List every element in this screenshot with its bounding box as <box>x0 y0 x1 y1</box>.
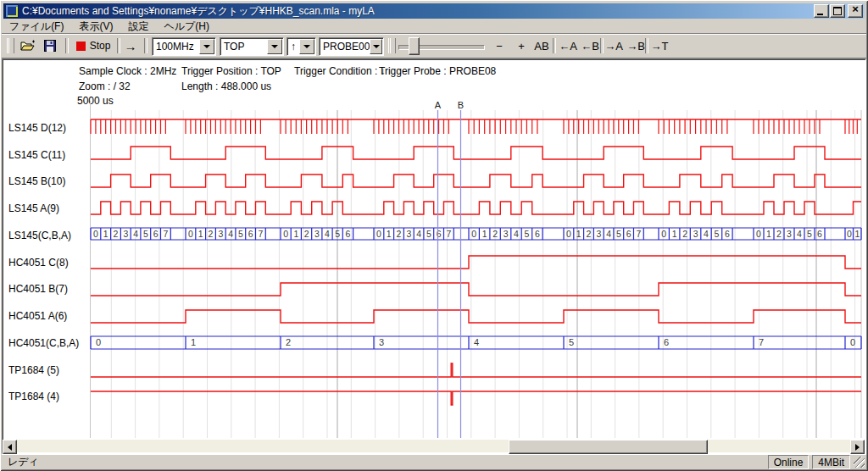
sample-clock-combo[interactable]: 100MHz <box>152 37 216 56</box>
stop-icon <box>76 42 86 51</box>
channel-label-6: HC4051 B(7) <box>8 283 68 295</box>
toolbar-separator <box>144 38 147 53</box>
channel-label-3: LS145 A(9) <box>8 202 59 214</box>
trigger-probe-combo-value: PROBE00 <box>320 41 370 53</box>
save-file-button[interactable] <box>39 36 61 55</box>
scroll-right-button[interactable] <box>850 440 865 454</box>
maximize-button[interactable] <box>830 4 845 18</box>
app-icon <box>5 4 19 18</box>
scroll-left-button[interactable] <box>3 440 17 454</box>
menu-item-1[interactable]: 表示(V) <box>71 19 120 35</box>
channel-label-10: TP1684 (4) <box>8 391 59 402</box>
trigger-edge-combo[interactable]: ↑ <box>287 37 316 56</box>
waveform-panel <box>2 58 866 454</box>
toolbar-separator <box>65 38 69 53</box>
time-scale-label: 5000 us <box>77 95 114 107</box>
chevron-down-icon[interactable] <box>267 39 282 54</box>
channel-label-1: LS145 C(11) <box>8 149 65 161</box>
triangle-right-icon <box>855 444 860 451</box>
zoom-out-button[interactable]: − <box>489 36 509 55</box>
channel-label-0: LS145 D(12) <box>8 122 66 134</box>
menu-item-0[interactable]: ファイル(F) <box>2 19 71 35</box>
channel-label-8: HC4051(C,B,A) <box>8 337 79 349</box>
ab-button[interactable]: AB <box>531 36 552 55</box>
channel-label-9: TP1684 (5) <box>8 364 59 376</box>
toolbar-grip[interactable] <box>388 38 396 53</box>
toolbar: Stop → 100MHzTOP↑PROBE00−+AB←A←B→A→B→T <box>2 33 866 58</box>
goto-a-right-button[interactable]: →A <box>603 36 625 55</box>
trigger-position-info: Trigger Position : TOP <box>181 65 281 77</box>
zoom-slider-handle[interactable] <box>409 37 420 55</box>
chevron-down-icon[interactable] <box>199 39 214 54</box>
goto-b-right-button[interactable]: →B <box>625 36 647 55</box>
memory-status-badge: 4MBit <box>812 455 850 469</box>
menu-item-2[interactable]: 設定 <box>120 19 156 35</box>
run-arrow-icon: → <box>125 39 137 53</box>
trigger-condition-info: Trigger Condition : ↓ <box>294 65 386 77</box>
scrollbar-thumb[interactable] <box>509 440 708 454</box>
open-file-button[interactable] <box>17 36 39 55</box>
minimize-button[interactable] <box>814 4 829 18</box>
trigger-position-combo-value: TOP <box>220 41 267 53</box>
goto-a-left-button[interactable]: ←A <box>557 36 579 55</box>
trigger-probe-combo[interactable]: PROBE00 <box>319 37 384 56</box>
window-title: C:¥Documents and Settings¥noname¥デスクトップ¥… <box>22 4 375 19</box>
channel-label-4: LS145(C,B,A) <box>8 230 71 241</box>
zoom-info: Zoom : / 32 <box>79 80 131 92</box>
toolbar-grip[interactable] <box>7 38 14 53</box>
title-bar[interactable]: C:¥Documents and Settings¥noname¥デスクトップ¥… <box>3 3 865 19</box>
close-button[interactable] <box>848 4 863 18</box>
save-floppy-icon <box>44 40 56 52</box>
status-bar: レディ Online 4MBit <box>2 454 866 469</box>
channel-label-2: LS145 B(10) <box>8 175 65 187</box>
goto-trigger-button[interactable]: →T <box>648 36 670 55</box>
chevron-down-icon[interactable] <box>370 39 382 54</box>
resize-grip[interactable] <box>854 457 865 468</box>
chevron-down-icon[interactable] <box>299 39 314 54</box>
trigger-edge-combo-value: ↑ <box>287 41 299 53</box>
channel-label-5: HC4051 C(8) <box>8 257 69 269</box>
logic-analyzer-window: C:¥Documents and Settings¥noname¥デスクトップ¥… <box>0 0 868 471</box>
stop-button[interactable]: Stop <box>71 36 115 55</box>
run-button[interactable]: → <box>120 36 141 55</box>
zoom-in-button[interactable]: + <box>511 36 531 55</box>
menu-item-3[interactable]: ヘルプ(H) <box>156 19 217 35</box>
toolbar-separator <box>553 38 556 53</box>
trigger-position-combo[interactable]: TOP <box>220 37 284 56</box>
online-status-badge: Online <box>768 455 810 469</box>
trigger-probe-info: Trigger Probe : PROBE08 <box>379 65 496 77</box>
channel-label-7: HC4051 A(6) <box>8 310 67 322</box>
open-folder-icon <box>20 40 36 52</box>
status-message: レディ <box>2 455 768 469</box>
goto-b-left-button[interactable]: ←B <box>579 36 601 55</box>
sample-clock-info: Sample Clock : 2MHz <box>79 65 176 77</box>
triangle-left-icon <box>8 444 12 451</box>
menu-bar: ファイル(F)表示(V)設定ヘルプ(H) <box>2 19 866 33</box>
sample-clock-combo-value: 100MHz <box>153 41 199 53</box>
horizontal-scrollbar[interactable] <box>3 440 865 452</box>
length-info: Length : 488.000 us <box>181 80 271 92</box>
